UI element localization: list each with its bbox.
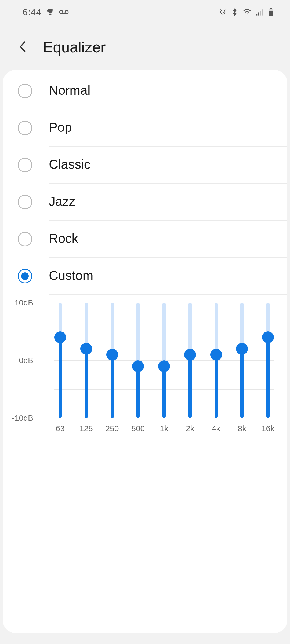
slider-fill [189,355,192,418]
eq-band-8k[interactable]: 8k [236,303,248,418]
eq-band-2k[interactable]: 2k [184,303,196,418]
signal-icon [256,9,264,16]
wifi-icon [243,9,251,16]
back-button[interactable] [15,39,31,55]
trophy-icon [46,8,54,16]
slider-thumb[interactable] [158,360,170,372]
status-time: 6:44 [23,7,41,17]
band-label: 500 [131,424,145,433]
radio-button[interactable] [18,121,32,135]
slider-thumb[interactable] [106,349,118,361]
eq-band-250[interactable]: 250 [106,303,118,418]
band-label: 125 [79,424,93,433]
gridline [54,418,274,418]
band-label: 8k [238,424,246,433]
page-title: Equalizer [43,38,106,56]
preset-label: Custom [49,258,287,295]
slider-fill [162,366,166,418]
eq-band-500[interactable]: 500 [132,303,144,418]
slider-fill [266,337,270,418]
settings-card: NormalPopClassicJazzRockCustom 10dB0dB-1… [3,70,287,633]
preset-label: Pop [49,109,287,147]
eq-band-4k[interactable]: 4k [210,303,222,418]
svg-rect-3 [256,14,257,16]
svg-point-1 [65,10,68,14]
equalizer-chart: 10dB0dB-10dB631252505001k2k4k8k16k [38,303,274,418]
preset-normal[interactable]: Normal [3,72,287,109]
battery-icon [269,8,274,16]
preset-pop[interactable]: Pop [3,109,287,147]
preset-list: NormalPopClassicJazzRockCustom [3,72,287,295]
alarm-icon [219,8,227,16]
slider-fill [59,337,62,418]
band-label: 16k [262,424,274,433]
svg-rect-4 [258,12,259,15]
band-label: 250 [105,424,119,433]
voicemail-icon [59,9,69,15]
status-right [219,8,274,16]
preset-jazz[interactable]: Jazz [3,184,287,221]
radio-button[interactable] [18,195,32,209]
eq-band-125[interactable]: 125 [80,303,92,418]
preset-classic[interactable]: Classic [3,147,287,184]
slider-thumb[interactable] [132,360,144,372]
slider-thumb[interactable] [54,331,66,343]
slider-thumb[interactable] [184,349,196,361]
radio-button[interactable] [18,232,32,246]
eq-band-1k[interactable]: 1k [158,303,170,418]
slider-fill [85,349,88,418]
preset-label: Normal [49,72,287,109]
preset-rock[interactable]: Rock [3,221,287,258]
slider-fill [240,349,244,418]
eq-band-63[interactable]: 63 [54,303,66,418]
eq-sliders: 631252505001k2k4k8k16k [54,303,274,418]
slider-thumb[interactable] [80,343,92,355]
preset-label: Classic [49,147,287,184]
band-label: 4k [212,424,220,433]
bluetooth-icon [231,8,238,16]
eq-band-16k[interactable]: 16k [262,303,274,418]
band-label: 63 [56,424,64,433]
y-tick-label: 0dB [19,356,33,365]
status-bar: 6:44 [0,0,290,24]
equalizer-panel: 10dB0dB-10dB631252505001k2k4k8k16k [3,295,287,418]
svg-rect-6 [262,9,263,15]
preset-label: Rock [49,221,287,258]
radio-inner [21,272,29,280]
slider-thumb[interactable] [262,331,274,343]
slider-fill [215,355,218,418]
svg-point-0 [60,10,63,14]
app-header: Equalizer [0,24,290,70]
band-label: 1k [160,424,168,433]
chevron-left-icon [18,41,27,53]
y-tick-label: 10dB [15,298,33,307]
radio-button[interactable] [18,269,32,283]
preset-label: Jazz [49,184,287,221]
svg-rect-8 [270,8,272,9]
radio-button[interactable] [18,84,32,98]
y-tick-label: -10dB [12,414,33,423]
svg-rect-5 [260,11,261,16]
slider-fill [136,366,140,418]
preset-custom[interactable]: Custom [3,258,287,295]
band-label: 2k [186,424,194,433]
status-left: 6:44 [23,7,69,17]
slider-fill [111,355,114,418]
slider-thumb[interactable] [236,343,248,355]
svg-rect-9 [269,11,273,16]
slider-thumb[interactable] [210,349,222,361]
radio-button[interactable] [18,158,32,172]
